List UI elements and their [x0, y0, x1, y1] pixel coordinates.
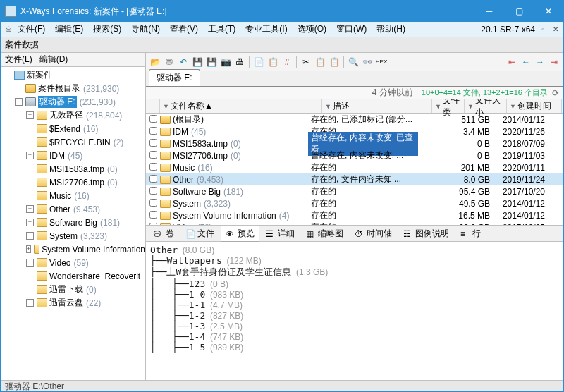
filter-icon[interactable]: ▼	[467, 103, 474, 110]
column-header[interactable]: ▼文件名称▲	[160, 99, 322, 113]
view-tab-详细[interactable]: ☰详细	[261, 226, 300, 242]
open-icon[interactable]: 📂	[149, 56, 161, 68]
binoculars-icon[interactable]: 👓	[361, 56, 374, 68]
view-tab-行[interactable]: ≡行	[455, 226, 486, 242]
table-row[interactable]: System Volume Information(4)存在的16.5 MB20…	[146, 209, 563, 221]
disk-icon[interactable]: ⛃	[163, 56, 176, 68]
tree-item[interactable]: -驱动器 E:(231,930)	[1, 95, 145, 109]
menu-搜索[interactable]: 搜索(S)	[89, 22, 125, 37]
menu-选项[interactable]: 选项(O)	[293, 22, 331, 37]
filter-icon[interactable]: ▼	[163, 103, 169, 110]
filter-icon[interactable]: ▼	[510, 103, 516, 110]
nav-back-icon[interactable]: ←	[520, 56, 532, 68]
tree-item[interactable]: +Software Big(181)	[1, 216, 145, 229]
table-row[interactable]: MSI1583a.tmp(0)曾经存在, 内容未改变, 已查看0 B2018/0…	[146, 137, 563, 149]
tree-item[interactable]: +无效路径(218,804)	[1, 109, 145, 122]
menu-导航[interactable]: 导航(N)	[127, 22, 164, 37]
hash-icon[interactable]: #	[281, 56, 293, 68]
doc-icon[interactable]: 📋	[266, 56, 279, 68]
print-icon[interactable]: 🖶	[233, 56, 246, 68]
maximize-button[interactable]: ▢	[504, 1, 534, 21]
view-tab-缩略图[interactable]: ▦缩略图	[301, 226, 348, 242]
tree-item[interactable]: 案件根目录(231,930)	[1, 82, 145, 95]
checkbox[interactable]	[146, 175, 160, 185]
filter-icon[interactable]: ▼	[325, 103, 331, 110]
mdi-restore-icon[interactable]: ▫	[538, 25, 548, 35]
camera-icon[interactable]: 📷	[219, 56, 232, 68]
column-header[interactable]: ▼创建时间	[507, 99, 562, 113]
tree-item[interactable]: 迅雷下载(0)	[1, 283, 145, 296]
view-tab-预览[interactable]: 👁预览	[221, 226, 259, 242]
menu-查看[interactable]: 查看(V)	[166, 22, 202, 37]
close-button[interactable]: ✕	[534, 1, 563, 21]
tree-item[interactable]: Wondershare_Recoverit	[1, 269, 145, 283]
goto-start-icon[interactable]: ⇤	[505, 56, 518, 68]
save-copy-icon[interactable]: 💾	[205, 56, 218, 68]
copy-icon[interactable]: 📋	[314, 56, 326, 68]
tree-item[interactable]: $RECYCLE.BIN(2)	[1, 135, 145, 149]
filter-icon[interactable]: ▼	[435, 103, 441, 110]
expand-icon[interactable]: +	[26, 205, 34, 213]
menu-专业工具[interactable]: 专业工具(I)	[241, 22, 291, 37]
menu-文件[interactable]: 文件(F)	[13, 22, 49, 37]
menu-窗口[interactable]: 窗口(W)	[332, 22, 371, 37]
expand-icon[interactable]: +	[26, 111, 34, 119]
table-row[interactable]: Other(9,453)存在的, 文件内容未知 ...8.0 GB2019/11…	[146, 173, 563, 185]
tree-item[interactable]: Music(16)	[1, 189, 145, 202]
view-tab-卷[interactable]: ⛁卷	[149, 226, 179, 242]
checkbox[interactable]	[146, 211, 160, 221]
checkbox[interactable]	[146, 199, 160, 209]
minimize-button[interactable]: ─	[474, 1, 504, 21]
mdi-close-icon[interactable]: ✕	[551, 25, 560, 35]
search-icon[interactable]: 🔍	[347, 56, 360, 68]
checkbox[interactable]	[146, 127, 160, 137]
column-header[interactable]: ▼文件大小	[465, 99, 507, 113]
file-icon[interactable]: 📄	[252, 56, 265, 68]
view-tab-文件[interactable]: 📄文件	[180, 226, 219, 242]
table-row[interactable]: (根目录)存在的, 已添加标记 (部分...511 GB2014/01/12	[146, 114, 563, 125]
checkbox[interactable]	[146, 187, 160, 197]
tree-item[interactable]: MSI1583a.tmp(0)	[1, 162, 145, 176]
back-arrow-icon[interactable]: ↶	[177, 56, 190, 68]
save-icon[interactable]: 💾	[191, 56, 204, 68]
refresh-icon[interactable]: ⟳	[552, 88, 559, 98]
table-row[interactable]: System(3,323)存在的49.5 GB2014/01/12	[146, 197, 563, 209]
expand-icon[interactable]: +	[26, 219, 34, 226]
table-row[interactable]: Music(16)存在的201 MB2020/01/11	[146, 161, 563, 173]
column-header[interactable]: ▼描述	[322, 99, 432, 113]
tree-item[interactable]: +System Volume Information	[1, 243, 145, 256]
menu-工具[interactable]: 工具(T)	[204, 22, 240, 37]
expand-icon[interactable]: +	[26, 299, 34, 307]
tree-item[interactable]: +迅雷云盘(22)	[1, 296, 145, 310]
checkbox[interactable]	[146, 163, 160, 173]
goto-end-icon[interactable]: ⇥	[548, 56, 560, 68]
expand-icon[interactable]: +	[26, 232, 34, 240]
tab-drive[interactable]: 驱动器 E:	[149, 69, 200, 86]
checkbox[interactable]	[146, 151, 160, 161]
checkbox[interactable]	[146, 139, 160, 149]
tree-item[interactable]: 新案件	[1, 68, 145, 82]
left-menu-item[interactable]: 文件(L)	[5, 54, 32, 66]
expand-icon[interactable]: +	[26, 245, 31, 253]
expand-icon[interactable]: +	[26, 152, 34, 159]
tree-item[interactable]: +System(3,323)	[1, 229, 145, 243]
table-row[interactable]: Software Big(181)存在的95.4 GB2017/10/20	[146, 185, 563, 197]
column-header[interactable]: ▼文件类	[432, 99, 465, 113]
find-hex-icon[interactable]: HEX	[375, 56, 388, 68]
view-tab-图例说明[interactable]: ☷图例说明	[398, 226, 454, 242]
tree-item[interactable]: +Video(59)	[1, 256, 145, 269]
tree-item[interactable]: $Extend(16)	[1, 122, 145, 135]
paste-icon[interactable]: 📋	[328, 56, 341, 68]
tree-item[interactable]: +IDM(45)	[1, 149, 145, 162]
nav-fwd-icon[interactable]: →	[534, 56, 546, 68]
table-row[interactable]: MSI27706.tmp(0)曾经存在, 内容未改变, ...0 B2019/1…	[146, 149, 563, 161]
tree-item[interactable]: +Other(9,453)	[1, 202, 145, 216]
preview-pane[interactable]: Other (8.0 GB) ├──Wallpapers (122 MB) ├─…	[146, 242, 563, 380]
expand-icon[interactable]: -	[15, 98, 23, 106]
file-list[interactable]: ▼文件名称▲▼描述▼文件类▼文件大小▼创建时间 (根目录)存在的, 已添加标记 …	[146, 99, 563, 225]
checkbox[interactable]	[146, 115, 160, 125]
column-header[interactable]	[146, 99, 160, 113]
case-tree[interactable]: 新案件案件根目录(231,930)-驱动器 E:(231,930)+无效路径(2…	[1, 67, 145, 380]
menu-编辑[interactable]: 编辑(E)	[51, 22, 87, 37]
expand-icon[interactable]: +	[26, 259, 34, 267]
